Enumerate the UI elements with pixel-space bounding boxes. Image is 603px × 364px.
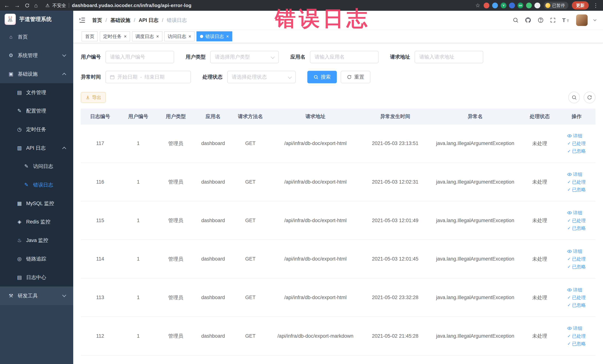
sidebar-item-定时任务[interactable]: ◷定时任务 xyxy=(0,120,73,139)
detail-action[interactable]: 详细 xyxy=(567,248,582,254)
action-label: 已忽略 xyxy=(572,341,586,347)
close-icon[interactable]: × xyxy=(156,34,159,39)
view-tab-定时任务[interactable]: 定时任务× xyxy=(100,31,130,41)
sidebar-item-链路追踪[interactable]: ◎链路追踪 xyxy=(0,250,73,268)
mark-processed-action[interactable]: ✓已处理 xyxy=(567,179,586,185)
export-button[interactable]: 导出 xyxy=(81,92,106,103)
help-icon[interactable] xyxy=(538,17,544,23)
close-icon[interactable]: × xyxy=(188,34,191,39)
view-tab-首页[interactable]: 首页 xyxy=(81,31,98,41)
browser-home-icon[interactable]: ⌂ xyxy=(34,3,38,8)
sidebar-item-API 日志[interactable]: ▥API 日志 xyxy=(0,139,73,157)
user-type-select[interactable]: 请选择用户类型 xyxy=(210,51,279,63)
view-tab-访问日志[interactable]: 访问日志× xyxy=(164,31,195,41)
search-button[interactable]: 搜索 xyxy=(307,71,337,83)
close-icon[interactable]: × xyxy=(226,34,229,39)
search-button-label: 搜索 xyxy=(321,74,331,80)
paused-badge[interactable]: 已暂停 xyxy=(544,2,568,9)
view-tab-错误日志[interactable]: 错误日志× xyxy=(197,31,232,41)
mark-ignored-action[interactable]: ✓已忽略 xyxy=(567,264,586,270)
paused-label: 已暂停 xyxy=(552,3,565,8)
mark-ignored-action[interactable]: ✓已忽略 xyxy=(567,148,586,154)
sidebar-item-label: 日志中心 xyxy=(26,274,46,281)
close-icon[interactable]: × xyxy=(124,34,127,39)
kebab-menu-icon[interactable]: ⋮ xyxy=(592,2,599,9)
reset-button-label: 重置 xyxy=(354,74,364,80)
mark-processed-action[interactable]: ✓已处理 xyxy=(567,333,586,339)
extension-icon[interactable] xyxy=(492,3,498,8)
sidebar-item-首页[interactable]: ⌂首页 xyxy=(0,28,73,46)
sidebar-item-系统管理[interactable]: ⚙系统管理 xyxy=(0,46,73,65)
sidebar: 🐰 芋道管理系统 ⌂首页⚙系统管理▣基础设施▤文件管理✎配置管理◷定时任务▥AP… xyxy=(0,11,73,364)
sidebar-item-文件管理[interactable]: ▤文件管理 xyxy=(0,83,73,102)
cell-user_type: 管理员 xyxy=(157,201,195,240)
mark-processed-action[interactable]: ✓已处理 xyxy=(567,294,586,301)
sidebar-item-配置管理[interactable]: ✎配置管理 xyxy=(0,102,73,120)
toggle-search-button[interactable] xyxy=(568,92,580,103)
back-icon[interactable]: ← xyxy=(4,3,10,8)
action-label: 详细 xyxy=(573,171,582,177)
mark-processed-action[interactable]: ✓已处理 xyxy=(567,256,586,262)
breadcrumb-item[interactable]: API 日志 xyxy=(139,17,159,23)
refresh-button[interactable] xyxy=(584,92,595,103)
avatar-caret-down-icon[interactable] xyxy=(593,18,597,21)
github-icon[interactable] xyxy=(525,17,531,23)
sidebar-item-研发工具[interactable]: ⚒研发工具 xyxy=(0,286,73,305)
reset-button[interactable]: 重置 xyxy=(341,71,370,83)
extension-icon[interactable]: on xyxy=(518,3,523,8)
hamburger-icon[interactable] xyxy=(79,16,86,24)
action-label: 已忽略 xyxy=(572,225,586,231)
mark-ignored-action[interactable]: ✓已忽略 xyxy=(567,187,586,193)
process-status-select[interactable]: 请选择处理状态 xyxy=(227,71,296,83)
forward-icon[interactable]: → xyxy=(14,3,20,8)
fullscreen-icon[interactable] xyxy=(550,17,556,23)
sidebar-item-MySQL 监控[interactable]: ▦MySQL 监控 xyxy=(0,194,73,213)
home-icon: ⌂ xyxy=(8,34,14,40)
mark-ignored-action[interactable]: ✓已忽略 xyxy=(567,225,586,231)
extension-icon[interactable] xyxy=(484,3,489,8)
mark-processed-action[interactable]: ✓已处理 xyxy=(567,140,586,146)
cell-user_id: 1 xyxy=(119,317,157,355)
search-icon[interactable] xyxy=(512,17,519,23)
detail-action[interactable]: 详细 xyxy=(567,171,582,177)
detail-action[interactable]: 详细 xyxy=(567,133,582,139)
sidebar-item-基础设施[interactable]: ▣基础设施 xyxy=(0,65,73,83)
cell-exception: java.lang.IllegalArgumentException xyxy=(429,278,522,317)
exception-time-label: 异常时间 xyxy=(81,74,101,80)
font-size-icon[interactable]: TT xyxy=(562,17,570,23)
update-button[interactable]: 更新 xyxy=(572,1,589,9)
extension-icon[interactable] xyxy=(509,3,515,8)
cell-time: 2021-05-03 12:01:49 xyxy=(362,201,429,240)
extension-icon[interactable] xyxy=(526,3,532,8)
cell-status: 未处理 xyxy=(522,278,558,317)
mark-ignored-action[interactable]: ✓已忽略 xyxy=(567,341,586,347)
view-tab-调度日志[interactable]: 调度日志× xyxy=(132,31,162,41)
bookmark-star-icon[interactable]: ☆ xyxy=(475,2,480,9)
detail-action[interactable]: 详细 xyxy=(567,210,582,216)
detail-action[interactable]: 详细 xyxy=(567,287,582,293)
sidebar-item-Java 监控[interactable]: ♨Java 监控 xyxy=(0,231,73,250)
extension-icon[interactable]: V xyxy=(501,3,506,8)
sidebar-item-Redis 监控[interactable]: ◈Redis 监控 xyxy=(0,213,73,231)
mark-ignored-action[interactable]: ✓已忽略 xyxy=(567,302,586,308)
user-id-input[interactable] xyxy=(105,51,174,63)
extension-icon[interactable] xyxy=(534,3,540,8)
sidebar-item-错误日志[interactable]: ✎错误日志 xyxy=(0,176,73,194)
app-name-input[interactable] xyxy=(310,51,379,63)
breadcrumb-item[interactable]: 基础设施 xyxy=(110,17,130,23)
mark-processed-action[interactable]: ✓已处理 xyxy=(567,218,586,224)
sidebar-item-访问日志[interactable]: ✎访问日志 xyxy=(0,157,73,176)
action-label: 已处理 xyxy=(572,218,586,224)
cell-request_url: /api/infra/db-doc/export-html xyxy=(269,240,362,278)
cell-method: GET xyxy=(232,201,269,240)
address-bar[interactable]: ⚠ 不安全 dashboard.yudao.iocoder.cn/infra/l… xyxy=(46,2,471,9)
exception-time-range-picker[interactable]: 开始日期 - 结束日期 xyxy=(105,71,191,83)
user-avatar[interactable] xyxy=(576,14,588,26)
request-url-input[interactable] xyxy=(415,51,483,63)
search-icon xyxy=(313,75,318,80)
reload-icon[interactable] xyxy=(25,3,30,8)
breadcrumb-item[interactable]: 首页 xyxy=(92,17,102,23)
sidebar-item-日志中心[interactable]: ▤日志中心 xyxy=(0,268,73,287)
chevron-down-icon xyxy=(271,55,275,59)
detail-action[interactable]: 详细 xyxy=(567,325,582,331)
